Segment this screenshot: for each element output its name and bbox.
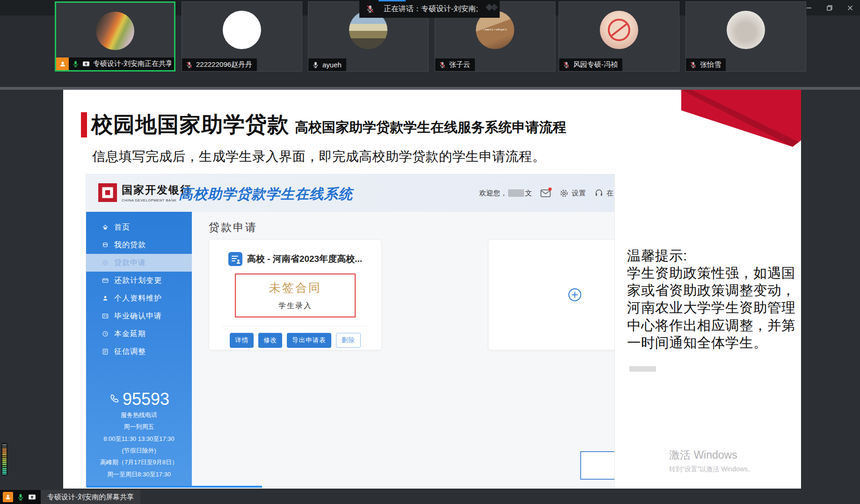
- cdb-logo-icon: [98, 183, 117, 202]
- windows-activation-watermark: 激活 Windows 转到“设置”以激活 Windows。: [669, 448, 754, 474]
- document-icon: [102, 348, 109, 355]
- avatar: [223, 11, 261, 49]
- mail-button[interactable]: [540, 189, 551, 198]
- card-title: 高校 - 河南省2023年度高校...: [247, 253, 362, 265]
- edit-button[interactable]: 修改: [258, 333, 282, 348]
- hotline-line: 周一至周日8:30至17:30: [86, 468, 192, 480]
- sidebar-label: 首页: [114, 223, 130, 232]
- bank-header-right: 欢迎您， 文 设置: [479, 174, 613, 212]
- mic-muted-icon: [563, 61, 570, 68]
- screen-share-icon: [28, 493, 36, 501]
- settings-label: 设置: [572, 189, 586, 198]
- participant-namebar: 专硕设计-刘安南正在共享: [56, 58, 174, 70]
- phone-icon: [109, 394, 119, 404]
- export-application-button[interactable]: 导出申请表: [287, 333, 331, 348]
- page-bottom-accent-line: [87, 486, 262, 488]
- audio-level-meter: [1, 443, 7, 475]
- sidebar-item-home[interactable]: 首页: [86, 218, 192, 236]
- service-label: 在: [606, 189, 613, 198]
- host-badge-icon: [3, 492, 13, 502]
- sidebar-label: 贷款申请: [114, 258, 146, 268]
- loan-application-card: 高校 - 河南省2023年度高校... 未签合同 学生录入 详情 修改 导出申请…: [209, 239, 382, 350]
- status-text: 未签合同: [269, 280, 321, 295]
- speaking-banner: 正在讲话：专硕设计-刘安南;: [359, 0, 500, 18]
- meeting-window: 正在讲话：专硕设计-刘安南; 专硕设计-刘安南正在共享 22222: [0, 0, 860, 504]
- sidebar-item-personal-info[interactable]: 个人资料维护: [86, 289, 192, 307]
- hotline-line: 高峰期（7月17日至9月8日）: [86, 456, 192, 468]
- avatar-caption: i want it, i will get it: [483, 28, 507, 32]
- avatar: [727, 11, 765, 49]
- card-icon: [102, 277, 109, 284]
- shared-screen-area: 校园地国家助学贷款 高校国家助学贷款学生在线服务系统申请流程 信息填写完成后，生…: [0, 90, 860, 504]
- participant-name: 专硕设计-刘安南正在共享: [93, 59, 171, 68]
- unread-dot: [548, 187, 552, 191]
- speaking-banner-text: 正在讲话：专硕设计-刘安南;: [384, 4, 478, 14]
- mic-on-icon: [72, 60, 79, 67]
- participant-namebar: ayueh: [308, 58, 346, 71]
- sidebar-label: 我的贷款: [114, 240, 146, 250]
- target-icon: [102, 259, 109, 266]
- sidebar-item-loan-application[interactable]: 贷款申请: [86, 254, 192, 272]
- restore-button[interactable]: [825, 4, 834, 12]
- settings-button[interactable]: 设置: [559, 188, 586, 198]
- mic-muted-icon: [186, 61, 193, 68]
- sidebar-item-principal-extension[interactable]: 本金延期: [86, 325, 192, 343]
- slide-title: 校园地国家助学贷款: [91, 110, 289, 139]
- status-highlight-box: 未签合同 学生录入: [235, 274, 356, 317]
- bank-content: 贷款申请 高校 - 河南省2023年度高校... 未签合同 学生录入: [192, 212, 614, 487]
- redacted-username: [508, 189, 524, 197]
- divider: [222, 326, 368, 326]
- participant-tile-zhangyixue[interactable]: 张怡雪: [685, 1, 806, 72]
- bank-header: 国家开发银行 CHINA DEVELOPMENT BANK 高校助学贷款学生在线…: [86, 174, 614, 212]
- participant-name: 张怡雪: [700, 60, 721, 69]
- watermark-line2: 转到“设置”以激活 Windows。: [669, 465, 754, 474]
- welcome-suffix: 文: [525, 189, 532, 198]
- no-sign-icon: [608, 19, 630, 41]
- add-application-card[interactable]: [488, 239, 614, 350]
- sidebar-label: 征信调整: [114, 347, 146, 357]
- close-button[interactable]: [846, 4, 854, 12]
- tip-body: 学生资助政策性强，如遇国家或省资助政策调整变动，河南农业大学学生资助管理中心将作…: [627, 264, 801, 351]
- participant-name: 张子云: [449, 60, 470, 69]
- audio-level-bars: [2, 444, 7, 475]
- muted-mic-icon: [366, 5, 374, 13]
- service-hotline: 95593 服务热线电话 周一到周五 8:00至11:30 13:30至17:3…: [86, 389, 192, 480]
- slide-description: 信息填写完成后，生成学生录入界面，即完成高校助学贷款的学生申请流程。: [92, 148, 546, 166]
- mic-on-icon: [312, 61, 319, 68]
- hotline-line: 周一到周五: [86, 421, 192, 432]
- participant-name: ayueh: [322, 61, 342, 69]
- sidebar-label: 毕业确认申请: [114, 311, 162, 321]
- hotline-number-row: 95593: [86, 389, 192, 409]
- loan-application-callout: 贷款申请: [580, 451, 614, 480]
- hotline-line: 8:00至11:30 13:30至17:30: [86, 433, 192, 445]
- sidebar-label: 个人资料维护: [114, 294, 162, 303]
- bank-site-screenshot: 国家开发银行 CHINA DEVELOPMENT BANK 高校助学贷款学生在线…: [86, 174, 614, 487]
- red-corner-decoration: [681, 90, 801, 147]
- sidebar-label: 本金延期: [114, 329, 146, 339]
- window-controls: [805, 0, 854, 15]
- sidebar-item-graduation-confirm[interactable]: 毕业确认申请: [86, 307, 192, 325]
- participant-tile-fengzhen[interactable]: 风园专硕-冯祯: [559, 1, 679, 72]
- participant-tile-zhaodandan[interactable]: 222222096赵丹丹: [182, 1, 302, 72]
- participant-name: 222222096赵丹丹: [196, 60, 252, 69]
- sidebar-item-my-loans[interactable]: 我的贷款: [86, 236, 192, 254]
- banner-accent-line: [379, 0, 406, 1]
- detail-button[interactable]: 详情: [230, 333, 254, 348]
- sidebar-item-repayment-plan[interactable]: 还款计划变更: [86, 272, 192, 289]
- participant-namebar: 222222096赵丹丹: [182, 58, 257, 71]
- bank-sidebar: 首页 我的贷款 贷款申请 还款计划变更: [86, 212, 192, 487]
- bank-logo: 国家开发银行 CHINA DEVELOPMENT BANK: [98, 183, 192, 202]
- online-service-button[interactable]: 在: [594, 188, 613, 198]
- card-title-row: 高校 - 河南省2023年度高校...: [209, 252, 381, 266]
- hotline-line: 服务热线电话: [86, 409, 192, 421]
- application-doc-icon: [228, 252, 242, 266]
- mic-muted-icon: [690, 61, 697, 68]
- bank-site-title: 高校助学贷款学生在线系统: [179, 185, 353, 204]
- delete-button[interactable]: 删除: [336, 333, 361, 348]
- sidebar-label: 还款计划变更: [114, 276, 162, 286]
- headset-icon: [594, 188, 604, 198]
- participant-tile-liuannan[interactable]: 专硕设计-刘安南正在共享: [55, 1, 175, 72]
- share-chip-text: 专硕设计-刘安南的屏幕共享: [41, 490, 140, 504]
- screen-share-chip: 专硕设计-刘安南的屏幕共享: [0, 490, 140, 504]
- sidebar-item-credit-adjustment[interactable]: 征信调整: [86, 343, 192, 360]
